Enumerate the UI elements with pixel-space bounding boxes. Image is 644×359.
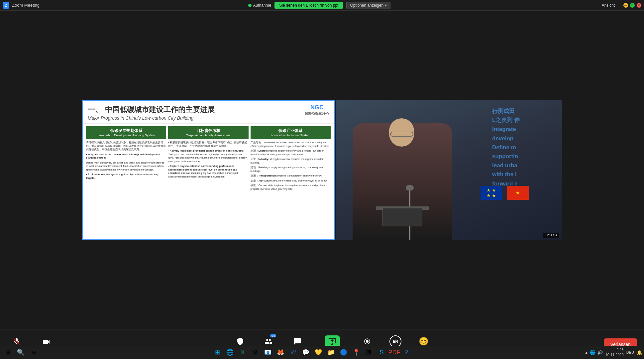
titlebar: Z Zoom Meeting Aufnahme Sie sehen den Bi… [0, 0, 644, 11]
slide-panel: 中国低碳城市建设工作的主要进展 Major Progress in China'… [82, 100, 335, 240]
zoom-taskbar-icon[interactable]: Z [401, 346, 413, 358]
slide-header: 中国低碳城市建设工作的主要进展 Major Progress in China'… [83, 101, 334, 124]
word-icon[interactable]: W [287, 346, 299, 358]
chat-app-icon[interactable]: 💛 [312, 346, 324, 358]
sound-icon: 🔊 [597, 350, 603, 355]
col3-header: 低碳产业体系 Low-carbon Industrial System [251, 126, 331, 139]
excel-icon[interactable]: X [237, 346, 249, 358]
taskbar-right: ▲ 🌐 🔊 9:23 10.11.2020 DEU 🔔 [585, 347, 642, 358]
close-button[interactable]: ✕ [637, 3, 641, 8]
taskbar-left: ⊞ 🔍 ⊟ [2, 346, 40, 358]
pdf-icon[interactable]: PDF [388, 346, 400, 358]
edge-icon[interactable]: 🌐 [224, 346, 236, 358]
slide-right-text: 行测成田 L之次列 伸 Integrate develop Define m s… [492, 107, 562, 188]
slide-title-english: Major Progress in China's Low-carbon Cit… [88, 115, 329, 121]
settings-icon[interactable]: ⚙ [249, 346, 261, 358]
col2-header: 目标责任考核 Target Accountability Assessment [168, 126, 248, 139]
tray-arrow[interactable]: ▲ [585, 351, 588, 354]
folder-icon[interactable]: 📁 [325, 346, 337, 358]
slide-title-chinese: 中国低碳城市建设工作的主要进展 [88, 105, 329, 115]
system-clock[interactable]: 9:23 10.11.2020 [605, 347, 624, 358]
browser-icon[interactable]: 🦊 [274, 346, 286, 358]
search-button[interactable]: 🔍 [15, 346, 27, 358]
titlebar-center: Aufnahme Sie sehen den Bildschirm von pp… [248, 2, 391, 9]
col2-body: • 积极落实省级碳排放控制目标，综合考虑下辖市（区）的经济发展水平、资源禀赋、产… [168, 141, 248, 180]
system-tray: ▲ 🌐 🔊 [585, 350, 603, 355]
options-button[interactable]: Optionen anzeigen ▾ [346, 2, 390, 9]
skype-icon[interactable]: S [376, 346, 387, 358]
ngc-logo: NGC 国家气候战略中心 [305, 104, 329, 116]
col1-header: 低碳发展规划体系 Low-carbon Development Planning… [86, 126, 166, 139]
maps-icon[interactable]: 📍 [350, 346, 362, 358]
windows-icon[interactable]: ⊞ [211, 346, 223, 358]
laptop [382, 208, 422, 226]
minimize-button[interactable]: — [623, 3, 628, 8]
cn-flag: ★ [507, 186, 529, 200]
photos-icon[interactable]: 🖼 [363, 346, 375, 358]
titlebar-right: Ansicht — □ ✕ [599, 2, 641, 8]
main-content: 中国低碳城市建设工作的主要进展 Major Progress in China'… [0, 11, 644, 329]
microphone-head [406, 185, 414, 190]
zoom-logo-icon: Z [3, 2, 9, 9]
chrome-icon[interactable]: 🔵 [338, 346, 350, 358]
video-panel: 行测成田 L之次列 伸 Integrate develop Define m s… [336, 100, 562, 240]
clock-time: 9:23 [605, 347, 624, 352]
ansicht-button[interactable]: Ansicht [599, 2, 617, 8]
wechat-icon[interactable]: 💬 [300, 346, 312, 358]
col3-body: 产业结构：Industrial structure: drive industr… [251, 141, 331, 192]
col1-body: 将低碳发展融入地区发展规划体系，将所在地区低碳发展的主要目标、重点领域任务与保障… [86, 141, 166, 181]
slide-col-3: 低碳产业体系 Low-carbon Industrial System 产业结构… [251, 126, 331, 236]
recording-badge: Aufnahme [248, 3, 271, 8]
svg-point-3 [366, 340, 369, 343]
app-title: Zoom Meeting [12, 3, 40, 8]
window-controls: — □ ✕ [623, 3, 641, 8]
slide-columns: 低碳发展规划体系 Low-carbon Development Planning… [83, 124, 334, 239]
recording-dot [248, 4, 252, 7]
screen-share-banner: Sie sehen den Bildschirm von ppt [274, 2, 343, 9]
eu-flag: ★ ★★ ★ [481, 186, 502, 200]
clock-date: 10.11.2020 [605, 352, 624, 357]
glasses [390, 132, 413, 137]
speaker-video: 行测成田 L之次列 伸 Integrate develop Define m s… [336, 100, 562, 240]
ngc-subtitle: 国家气候战略中心 [305, 112, 329, 115]
ngc-logo-text: NGC [310, 104, 324, 111]
language-indicator[interactable]: DEU [626, 350, 634, 354]
task-view-button[interactable]: ⊟ [28, 346, 40, 358]
maximize-button[interactable]: □ [630, 3, 635, 8]
participants-count: 24 [270, 334, 276, 337]
uc-asia-badge: UC ASIA [543, 233, 559, 238]
notifications-button[interactable]: 🔔 [637, 350, 642, 355]
slide-col-1: 低碳发展规划体系 Low-carbon Development Planning… [86, 126, 166, 236]
slide-col-2: 目标责任考核 Target Accountability Assessment … [168, 126, 248, 236]
network-icon: 🌐 [590, 350, 595, 355]
taskbar-pinned-apps: ⊞ 🌐 X ⚙ 📧 🦊 W 💬 💛 📁 🔵 📍 🖼 S PDF Z [211, 346, 413, 358]
recording-label: Aufnahme [253, 3, 271, 8]
outlook-icon[interactable]: 📧 [262, 346, 274, 358]
titlebar-left: Z Zoom Meeting [3, 2, 40, 9]
windows-taskbar: ⊞ 🔍 ⊟ ⊞ 🌐 X ⚙ 📧 🦊 W 💬 💛 📁 🔵 📍 🖼 S PDF Z … [0, 346, 644, 359]
start-button[interactable]: ⊞ [2, 346, 14, 358]
